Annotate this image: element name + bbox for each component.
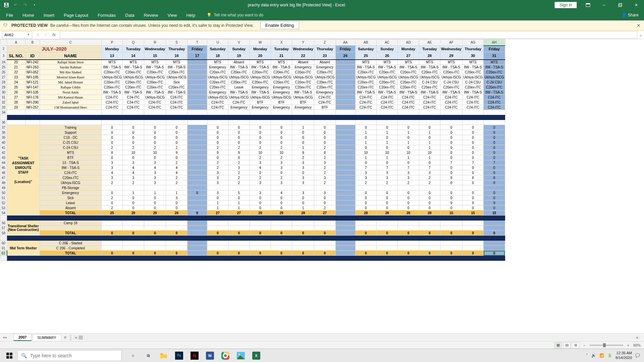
svg-rect-12 bbox=[160, 353, 163, 355]
word-icon[interactable]: W bbox=[203, 349, 217, 362]
fx-icon[interactable]: fx bbox=[50, 33, 58, 37]
sheet-nav-menu-icon[interactable]: … bbox=[8, 335, 11, 340]
formula-bar[interactable] bbox=[60, 31, 637, 39]
close-button[interactable]: ✕ bbox=[629, 0, 644, 10]
save-icon[interactable] bbox=[3, 1, 10, 9]
chrome-icon[interactable] bbox=[218, 349, 233, 362]
zoom-out-icon[interactable]: − bbox=[583, 343, 585, 347]
excel-icon[interactable]: X bbox=[249, 349, 264, 362]
svg-rect-7 bbox=[6, 353, 9, 355]
sheet-nav-next-icon[interactable]: ▸ bbox=[5, 335, 7, 340]
tell-me-search[interactable]: 💡 Tell me what you want to do bbox=[207, 10, 263, 20]
file-explorer-icon[interactable] bbox=[156, 349, 171, 362]
horizontal-scrollbar[interactable]: ◂ ▸ bbox=[73, 335, 640, 340]
svg-rect-8 bbox=[10, 353, 12, 355]
notifications-icon[interactable]: 💬 bbox=[635, 353, 640, 358]
spreadsheet-grid[interactable]: ABCPQRSTUVWXYZAAABACADAEAFAGAH2JULY--202… bbox=[0, 39, 644, 333]
zoom-level[interactable]: 80% bbox=[633, 343, 641, 347]
name-box[interactable]: AH62 ▼ bbox=[2, 31, 32, 39]
sheet-tab-2007[interactable]: 2007 bbox=[13, 334, 32, 341]
zoom-in-icon[interactable]: + bbox=[627, 343, 629, 347]
battery-icon[interactable]: 🔋 bbox=[607, 353, 612, 358]
svg-rect-2 bbox=[5, 3, 7, 5]
zoom-slider[interactable] bbox=[590, 345, 623, 346]
name-box-dropdown-icon[interactable]: ▼ bbox=[27, 33, 30, 36]
task-view-icon[interactable]: ⧉ bbox=[141, 349, 156, 362]
volume-icon[interactable]: 🔊 bbox=[591, 353, 596, 358]
svg-rect-6 bbox=[619, 3, 622, 6]
enable-editing-button[interactable]: Enable Editing bbox=[260, 21, 299, 29]
windows-start-button[interactable] bbox=[1, 349, 17, 362]
view-page-layout-icon[interactable]: ▤ bbox=[563, 342, 571, 348]
hscroll-left-icon[interactable]: ◂ bbox=[73, 336, 79, 339]
shield-icon: 🛡 bbox=[3, 23, 9, 28]
cortana-icon[interactable]: ○ bbox=[125, 349, 140, 362]
photos-icon[interactable] bbox=[233, 349, 248, 362]
svg-point-20 bbox=[238, 353, 240, 355]
view-normal-icon[interactable]: ▦ bbox=[554, 342, 562, 348]
sheet-tab-summary[interactable]: SUMMARY bbox=[32, 334, 61, 341]
lightbulb-icon: 💡 bbox=[207, 13, 212, 17]
sheet-nav-prev-icon[interactable]: ◂ bbox=[3, 335, 5, 340]
tab-file[interactable]: File bbox=[1, 10, 18, 20]
view-page-break-icon[interactable]: ⊞ bbox=[572, 342, 579, 348]
netflix-icon[interactable]: N bbox=[187, 349, 202, 362]
tab-page-layout[interactable]: Page Layout bbox=[59, 10, 93, 20]
wifi-icon[interactable]: 📶 bbox=[599, 353, 604, 358]
signin-button[interactable]: Sign in bbox=[554, 2, 577, 8]
protected-view-label: PROTECTED VIEW bbox=[11, 23, 48, 28]
search-icon: 🔍 bbox=[21, 353, 27, 358]
tab-insert[interactable]: Insert bbox=[39, 10, 59, 20]
svg-rect-1 bbox=[5, 5, 8, 7]
ribbon-display-options-icon[interactable] bbox=[580, 0, 596, 10]
window-title: prachy data entry work big file [Protect… bbox=[38, 3, 554, 7]
share-button[interactable]: 👤 Share bbox=[622, 13, 643, 17]
undo-icon[interactable]: ↶ bbox=[12, 1, 19, 9]
formula-cancel-icon: ✕ bbox=[34, 33, 42, 37]
tab-review[interactable]: Review bbox=[139, 10, 163, 20]
redo-icon[interactable]: ↷ bbox=[21, 1, 29, 9]
hscroll-right-icon[interactable]: ▸ bbox=[635, 336, 640, 339]
svg-rect-9 bbox=[6, 356, 9, 359]
share-icon: 👤 bbox=[622, 13, 627, 17]
tab-home[interactable]: Home bbox=[18, 10, 39, 20]
system-clock[interactable]: 12:35 AM 8/14/2020 bbox=[615, 351, 632, 360]
tab-data[interactable]: Data bbox=[120, 10, 139, 20]
sheet-tab-splitter[interactable] bbox=[70, 335, 72, 341]
svg-rect-5 bbox=[619, 4, 621, 7]
protected-view-close-icon[interactable]: ✕ bbox=[637, 23, 641, 28]
formula-enter-icon: ✓ bbox=[42, 33, 50, 37]
svg-rect-10 bbox=[10, 356, 12, 359]
formula-bar-expand-icon[interactable]: ⌄ bbox=[637, 33, 644, 37]
sheet-add-icon[interactable]: ⊕ bbox=[62, 335, 69, 340]
tab-help[interactable]: Help bbox=[181, 10, 200, 20]
minimize-button[interactable]: ─ bbox=[596, 0, 612, 10]
tab-view[interactable]: View bbox=[163, 10, 181, 20]
taskbar-search[interactable]: 🔍 Type here to search bbox=[17, 350, 121, 361]
maximize-button[interactable] bbox=[612, 0, 628, 10]
protected-view-text: Be careful—files from the Internet can c… bbox=[50, 23, 254, 28]
tray-chevron-icon[interactable]: ˄ bbox=[586, 353, 588, 358]
svg-rect-4 bbox=[586, 3, 590, 4]
tab-formulas[interactable]: Formulas bbox=[93, 10, 120, 20]
photoshop-icon[interactable]: Ps bbox=[172, 349, 186, 362]
svg-rect-11 bbox=[160, 354, 167, 358]
hscroll-thumb[interactable] bbox=[79, 336, 83, 340]
qat-customize-icon[interactable]: ▾ bbox=[31, 1, 38, 9]
